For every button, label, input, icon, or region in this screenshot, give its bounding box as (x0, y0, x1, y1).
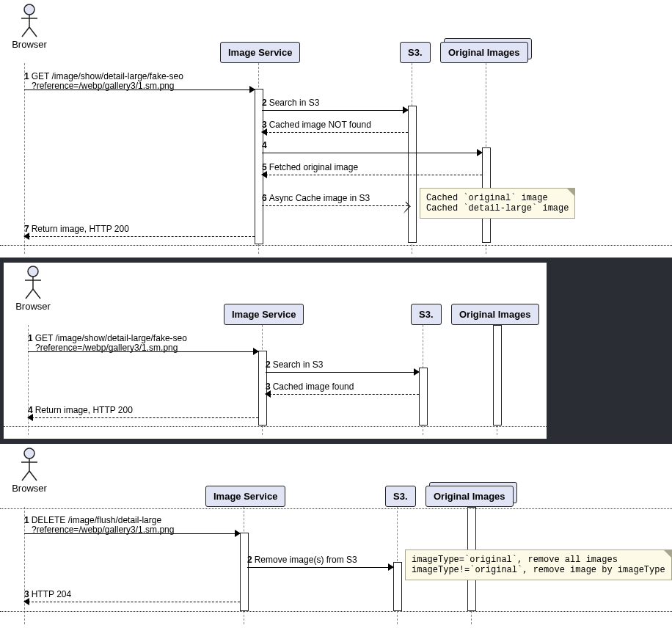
message-7: 7Return image, HTTP 200 (24, 226, 255, 239)
actor-browser: Browser (4, 266, 62, 312)
participant-browser-label: Browser (0, 483, 59, 494)
svg-line-3 (22, 27, 29, 37)
note-cache: Cached `original` image Cached `detail-l… (420, 188, 575, 219)
end-divider (4, 426, 547, 427)
participant-s3: S3. (411, 304, 442, 325)
sequence-diagram-flush: Browser Image Service S3. Original Image… (0, 444, 672, 628)
message-4: 4Return image, HTTP 200 (28, 407, 258, 420)
note-flush: imageType=`original`, remove all images … (405, 550, 672, 580)
message-2: 2Search in S3 (266, 362, 419, 375)
dark-band-wrapper: Browser Image Service S3. Original Image… (0, 258, 672, 444)
svg-line-13 (22, 471, 29, 481)
participant-browser-label: Browser (4, 301, 62, 312)
actor-browser: Browser (0, 4, 59, 50)
participant-image-service: Image Service (205, 486, 285, 507)
activation-s3 (419, 368, 428, 426)
end-divider (0, 245, 672, 246)
sequence-diagram-cache-miss: Browser Image Service S3. Original Image… (0, 0, 672, 258)
participant-browser-label: Browser (0, 39, 59, 50)
svg-point-10 (24, 448, 34, 459)
message-6: 6Async Cache image in S3 (262, 195, 408, 208)
message-5: 5Fetched original image (262, 164, 482, 178)
participant-image-service: Image Service (224, 304, 304, 325)
message-1: 1GET /image/show/detail-large/fake-seo?r… (28, 341, 258, 354)
participant-image-service: Image Service (220, 42, 300, 63)
svg-line-4 (29, 27, 37, 37)
sequence-diagram-cache-hit: Browser Image Service S3. Original Image… (3, 262, 547, 439)
svg-point-5 (28, 266, 38, 277)
svg-point-0 (24, 4, 34, 15)
end-divider (0, 611, 672, 612)
message-3: 3HTTP 204 (24, 591, 240, 605)
message-1: 1DELETE /image/flush/detail-large?refere… (24, 523, 240, 536)
svg-line-8 (26, 289, 33, 299)
stick-figure-icon (23, 266, 43, 299)
top-divider (0, 508, 672, 509)
message-3: 3Cached image NOT found (262, 122, 408, 135)
message-1: 1GET /image/show/detail-large/fake-seo?r… (24, 79, 255, 92)
svg-line-9 (33, 289, 40, 299)
svg-line-14 (29, 471, 37, 481)
stick-figure-icon (19, 448, 40, 481)
message-3: 3Cached image found (266, 384, 419, 397)
message-2: 2Search in S3 (262, 100, 408, 113)
activation-s3 (393, 562, 402, 611)
participant-original-images: Original Images (451, 304, 539, 325)
stick-figure-icon (19, 4, 40, 37)
participant-s3: S3. (400, 42, 431, 63)
participant-s3: S3. (385, 486, 416, 507)
participant-original-images: Original Images (426, 486, 514, 507)
participant-original-images: Original Images (440, 42, 528, 63)
message-4: 4 (262, 142, 482, 156)
activation-original-images (493, 325, 502, 426)
activation-image-service (240, 533, 249, 611)
message-2: 2Remove image(s) from S3 (247, 557, 393, 570)
actor-browser: Browser (0, 448, 59, 494)
